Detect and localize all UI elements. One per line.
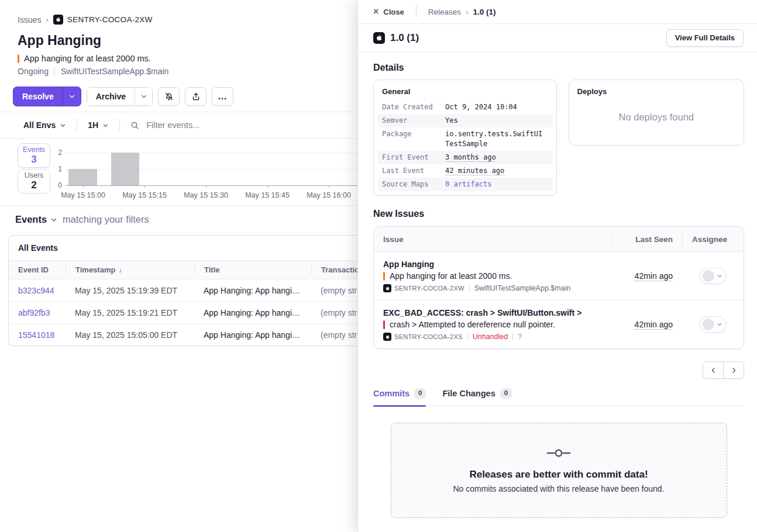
divider	[119, 119, 120, 132]
archive-dropdown-button[interactable]	[135, 87, 153, 106]
x-axis-tick: May 15 15:30	[171, 191, 241, 199]
share-button[interactable]	[185, 87, 207, 106]
view-full-details-button[interactable]: View Full Details	[666, 29, 744, 47]
kv-value: Oct 9, 2024 10:04	[445, 102, 545, 112]
event-row: abf92fb3 May 15, 2025 15:19:21 EDT App H…	[9, 301, 357, 323]
column-event-id: Event ID	[9, 265, 66, 274]
event-timestamp: May 15, 2025 15:19:39 EDT	[66, 286, 194, 295]
users-stat-toggle[interactable]: Users 2	[18, 169, 50, 194]
breadcrumb: Issues › SENTRY-COCOA-2XW	[18, 15, 357, 25]
release-version-label: 1.0 (1)	[390, 32, 419, 44]
issue-location: SwiftUITestSampleApp.$main	[474, 284, 571, 292]
chevron-right-icon	[730, 367, 738, 374]
events-dataset-selector[interactable]: Events	[15, 214, 57, 225]
all-events-title: All Events	[9, 236, 357, 261]
kv-row: Last Event 42 minutes ago	[378, 164, 552, 178]
column-issue: Issue	[374, 235, 612, 244]
deploys-empty-text: No deploys found	[619, 112, 694, 123]
y-axis-tick: 2	[50, 148, 62, 157]
breadcrumb-issues-link[interactable]: Issues	[18, 15, 41, 25]
resolve-dropdown-button[interactable]	[63, 87, 81, 106]
column-timestamp[interactable]: Timestamp↓	[66, 265, 194, 275]
kv-row: Semver Yes	[378, 114, 552, 127]
assignee-dropdown[interactable]	[700, 268, 727, 284]
x-axis-tick: May 15 16:00	[294, 191, 357, 199]
page-title: App Hanging	[18, 33, 357, 49]
kv-key: Source Maps	[382, 179, 445, 189]
chevron-right-icon: ›	[466, 8, 468, 16]
close-drawer-button[interactable]: × Close	[373, 7, 404, 16]
source-maps-link[interactable]: 0 artifacts	[445, 179, 545, 189]
chevron-left-icon	[710, 367, 717, 374]
filter-events-input[interactable]	[145, 120, 323, 130]
tab-commits[interactable]: Commits 0	[373, 388, 426, 406]
divider	[77, 119, 77, 132]
event-id-link[interactable]: abf92fb3	[9, 308, 66, 317]
event-id-link[interactable]: 15541018	[9, 330, 66, 340]
column-title: Title	[194, 265, 311, 275]
event-title: App Hanging: App hanging for at least 20…	[194, 286, 311, 295]
kv-key: Last Event	[382, 166, 445, 176]
event-row: b323c944 May 15, 2025 15:19:39 EDT App H…	[9, 279, 357, 301]
kv-key: First Event	[382, 153, 445, 163]
tab-file-changes[interactable]: File Changes 0	[442, 388, 512, 406]
issue-row[interactable]: App Hanging App hanging for at least 200…	[374, 252, 744, 300]
issue-last-seen: 42min ago	[612, 320, 682, 329]
issue-toolbar: Resolve Archive	[0, 87, 357, 106]
issue-title-link[interactable]: EXC_BAD_ACCESS: crash > SwiftUI/Button.s…	[383, 308, 603, 317]
apple-platform-icon	[373, 32, 385, 44]
all-events-card: All Events Event ID Timestamp↓ Title Tra…	[8, 235, 357, 346]
kv-row: Package io.sentry.tests.SwiftUITestSampl…	[378, 127, 552, 151]
apple-platform-icon	[383, 333, 391, 341]
pagination	[373, 361, 744, 379]
more-actions-button[interactable]: …	[212, 87, 233, 106]
app: Issues › SENTRY-COCOA-2XW App Hanging Ap…	[0, 0, 757, 532]
issue-details-page: Issues › SENTRY-COCOA-2XW App Hanging Ap…	[0, 0, 357, 532]
mute-button[interactable]	[158, 87, 180, 106]
event-graph-section: Events 3 Users 2 2 1 0	[0, 139, 357, 206]
releases-link[interactable]: Releases	[428, 8, 461, 16]
drawer-tabs: Commits 0 File Changes 0	[373, 388, 744, 406]
previous-page-button[interactable]	[703, 361, 724, 379]
issue-message: crash > Attempted to dereference null po…	[390, 320, 555, 329]
issue-title-link[interactable]: App Hanging	[383, 260, 603, 269]
event-id-link[interactable]: b323c944	[9, 286, 66, 295]
y-axis-tick: 1	[50, 165, 62, 173]
event-title: App Hanging: App hanging for at least 20…	[194, 308, 311, 317]
resolve-button[interactable]: Resolve	[13, 87, 63, 106]
help-icon[interactable]: ?	[518, 333, 522, 341]
apple-platform-icon	[383, 284, 391, 292]
event-timestamp: May 15, 2025 15:05:00 EDT	[66, 330, 194, 340]
chevron-down-icon	[140, 93, 147, 100]
close-label: Close	[383, 8, 404, 16]
issue-project: SENTRY-COCOA-2XS	[383, 333, 463, 341]
general-card: General Date Created Oct 9, 2024 10:04 S…	[373, 80, 557, 196]
level-indicator	[383, 272, 385, 281]
issue-row[interactable]: EXC_BAD_ACCESS: crash > SwiftUI/Button.s…	[374, 300, 744, 348]
level-indicator	[18, 54, 19, 63]
divider	[467, 333, 468, 340]
chevron-down-icon	[717, 322, 722, 327]
issue-culprit-text: App hanging for at least 2000 ms.	[24, 54, 151, 63]
environment-selector-label: All Envs	[23, 120, 56, 130]
events-stat-value: 3	[31, 154, 36, 165]
kv-key: Date Created	[382, 102, 445, 112]
events-stat-toggle[interactable]: Events 3	[18, 143, 50, 168]
kv-row: First Event 3 months ago	[378, 151, 552, 164]
kv-value: io.sentry.tests.SwiftUITestSample	[445, 129, 545, 149]
breadcrumb-project-label: SENTRY-COCOA-2XW	[67, 15, 153, 24]
breadcrumb-current: 1.0 (1)	[473, 8, 496, 16]
event-transaction: (empty string)	[311, 330, 357, 340]
next-page-button[interactable]	[723, 361, 744, 379]
environment-selector[interactable]: All Envs	[23, 120, 66, 130]
kv-key: Package	[382, 129, 445, 149]
archive-button[interactable]: Archive	[87, 87, 135, 106]
kv-key: Semver	[382, 116, 445, 126]
time-range-selector[interactable]: 1H	[88, 120, 109, 130]
chevron-right-icon: ›	[46, 15, 48, 24]
chevron-down-icon	[102, 122, 109, 129]
general-card-title: General	[378, 86, 552, 101]
bell-slash-icon	[164, 92, 174, 101]
new-issues-table-header: Issue Last Seen Assignee	[374, 227, 744, 252]
assignee-dropdown[interactable]	[700, 316, 727, 333]
